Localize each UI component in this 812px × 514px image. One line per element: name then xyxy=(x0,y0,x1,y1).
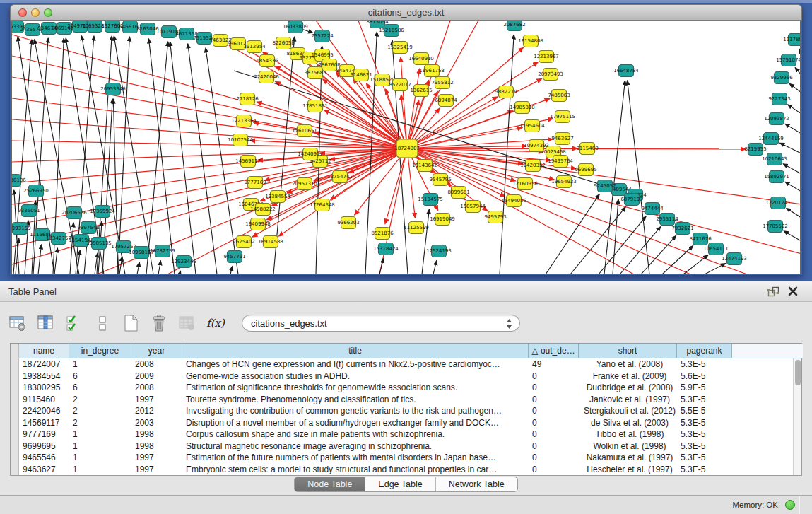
cell-filler xyxy=(732,428,803,440)
cell-in_degree: 2 xyxy=(69,417,131,429)
table-row[interactable]: 1872400712008Changes of HCN gene express… xyxy=(19,358,803,370)
graph-node-label: 12213967 xyxy=(534,54,559,59)
graph-node-label: 3875685 xyxy=(304,70,326,76)
table-row[interactable]: 1456911722003Disruption of a novel membe… xyxy=(19,417,803,429)
graph-node-label: 9115460 xyxy=(576,146,598,151)
graph-node-label: 7557224 xyxy=(311,33,334,39)
cell-short: Dudbridge et al. (2008) xyxy=(579,382,677,394)
graph-node-label: 17359924 xyxy=(90,209,115,214)
column-header-name[interactable]: name xyxy=(19,344,69,358)
cell-pagerank: 5.5E-5 xyxy=(677,405,732,417)
graph-node-label: 8522017 xyxy=(389,82,411,88)
graph-node-label: 3912954 xyxy=(243,44,266,49)
column-header-out_de[interactable]: △ out_de… xyxy=(529,344,579,358)
deselect-all-rows-button[interactable] xyxy=(90,311,114,335)
graph-node-label: 1854336 xyxy=(256,58,278,64)
cell-filler xyxy=(732,382,803,394)
graph-node-label: 9545795 xyxy=(429,177,451,182)
column-header-short[interactable]: short xyxy=(579,344,677,358)
delete-table-button[interactable] xyxy=(147,311,171,335)
graph-node-label: 8215955 xyxy=(744,146,766,152)
graph-node-label: 20953346 xyxy=(100,86,126,92)
column-header-in_degree[interactable]: in_degree xyxy=(69,344,131,358)
network-svg[interactable]: 1863394124355724934674420691406204971191… xyxy=(12,21,801,274)
graph-node-label: 15057944 xyxy=(460,204,486,209)
cell-name: 18724007 xyxy=(19,358,69,370)
graph-node-label: 16154808 xyxy=(518,38,543,44)
cell-pagerank: 5.3E-5 xyxy=(677,440,732,452)
cell-out_de: 0 xyxy=(529,394,579,406)
graph-node-label: 10654111 xyxy=(703,246,729,252)
table-header-row: namein_degreeyeartitle△ out_de…shortpage… xyxy=(19,344,803,358)
graph-node-label: 15892971 xyxy=(764,174,789,180)
select-all-rows-button[interactable] xyxy=(62,311,86,335)
table-row[interactable]: 2242004622012Investigating the contribut… xyxy=(19,405,803,417)
cell-in_degree: 6 xyxy=(69,370,131,382)
cell-title: Tourette syndrome. Phenomenology and cla… xyxy=(182,394,529,406)
graph-node-label: 19654923 xyxy=(551,179,577,185)
cell-year: 2012 xyxy=(131,405,182,417)
cell-filler xyxy=(732,394,803,406)
float-panel-icon[interactable] xyxy=(767,286,779,300)
graph-node-label: 12093872 xyxy=(764,116,789,122)
cell-pagerank: 5.3E-5 xyxy=(677,358,732,370)
graph-node-label: 15980136 xyxy=(12,177,26,183)
table-row[interactable]: 977716911998Corpus callosum shape and si… xyxy=(19,428,803,440)
column-header-title[interactable]: title xyxy=(182,344,529,358)
cell-year: 2008 xyxy=(131,382,182,394)
table-scrollbar[interactable] xyxy=(793,358,801,475)
table-row[interactable]: 911546021997Tourette syndrome. Phenomeno… xyxy=(19,394,803,406)
table-row[interactable]: 946554611997Estimation of the future num… xyxy=(19,452,803,464)
table-toolbar: f(x) citations_edges.txt xyxy=(6,309,520,337)
table-row[interactable]: 946362711997Embryonic stem cells: a mode… xyxy=(19,464,803,476)
column-options-button[interactable] xyxy=(34,311,58,335)
tab-network-table[interactable]: Network Table xyxy=(436,477,517,491)
graph-node-label: 15218586 xyxy=(379,28,404,33)
graph-node-label: 9463627 xyxy=(551,136,573,141)
cell-title: Estimation of the future numbers of pati… xyxy=(182,452,529,464)
graph-node-label: 15751074 xyxy=(776,57,801,63)
graph-node-label: 15318424 xyxy=(373,246,399,252)
table-row[interactable]: 969969511998Structural magnetic resonanc… xyxy=(19,440,803,452)
cell-title: Embryonic stem cells: a model to study s… xyxy=(182,464,529,476)
graph-node-label: 9227343 xyxy=(768,96,790,102)
graph-node-label: 18724007 xyxy=(394,146,420,151)
cell-name: 14569117 xyxy=(19,417,69,429)
graph-node-label: 16914588 xyxy=(258,239,283,245)
graph-node-label: 7485063 xyxy=(548,93,570,98)
cell-name: 9777169 xyxy=(19,428,69,440)
cell-out_de: 49 xyxy=(529,358,579,370)
statusbar-divider xyxy=(799,496,799,514)
graph-node-label: 9146821 xyxy=(350,72,372,78)
window-titlebar[interactable]: citations_edges.txt xyxy=(10,4,802,21)
table-options-button[interactable] xyxy=(6,311,30,335)
row-header-strip xyxy=(11,344,19,475)
table-row[interactable]: 1938455462009Genome-wide association stu… xyxy=(19,370,803,382)
memory-ok-indicator[interactable] xyxy=(785,500,795,510)
graph-node-label: 8099681 xyxy=(447,189,469,195)
graph-node-label: 8226058 xyxy=(272,40,294,46)
function-builder-button[interactable]: f(x) xyxy=(204,311,228,335)
panel-title: Table Panel xyxy=(8,286,57,297)
close-panel-icon[interactable] xyxy=(788,286,798,299)
graph-node-label: 15143642 xyxy=(412,163,437,168)
column-header-pagerank[interactable]: pagerank xyxy=(677,344,732,358)
graph-node-label: 20206536 xyxy=(61,210,87,216)
graph-node-label: 16409948 xyxy=(245,221,271,227)
create-table-button[interactable] xyxy=(119,311,143,335)
table-row[interactable]: 1830029562008Estimation of significance … xyxy=(19,382,803,394)
graph-node-label: 11178886 xyxy=(783,37,801,42)
scrollbar-thumb[interactable] xyxy=(795,360,801,385)
cell-year: 2003 xyxy=(131,417,182,429)
graph-node-label: 14240977 xyxy=(298,151,323,157)
tab-node-table[interactable]: Node Table xyxy=(295,477,365,491)
graph-node-label: 12474193 xyxy=(722,256,747,262)
tab-edge-table[interactable]: Edge Table xyxy=(365,477,435,491)
graph-node-label: 9335051 xyxy=(18,208,40,214)
cell-pagerank: 5.3E-5 xyxy=(677,417,732,429)
graph-node-label: 20957310 xyxy=(292,181,317,187)
network-canvas[interactable]: 1863394124355724934674420691406204971191… xyxy=(11,21,801,274)
column-header-year[interactable]: year xyxy=(131,344,182,358)
network-table-selector[interactable]: citations_edges.txt xyxy=(242,315,520,332)
graph-node-label: 14988222 xyxy=(250,206,276,212)
